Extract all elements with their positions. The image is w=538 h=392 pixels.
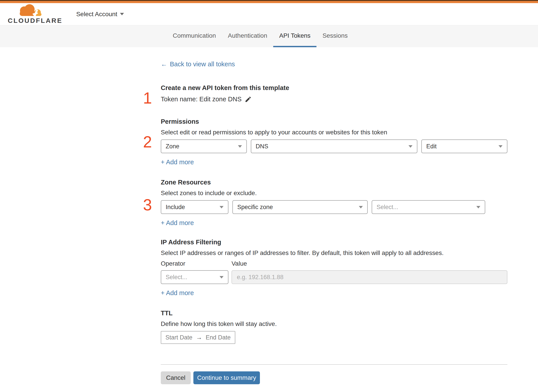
- back-link-label: Back to view all tokens: [170, 61, 235, 68]
- ip-operator-placeholder: Select...: [166, 274, 187, 281]
- ttl-description: Define how long this token will stay act…: [161, 320, 507, 327]
- chevron-down-icon: [476, 206, 480, 208]
- zone-resources-description: Select zones to include or exclude.: [161, 190, 507, 197]
- permissions-title: Permissions: [161, 118, 507, 125]
- ttl-date-range-picker[interactable]: Start Date → End Date: [161, 331, 235, 344]
- operator-label: Operator: [161, 260, 232, 267]
- account-selector-label: Select Account: [76, 11, 117, 18]
- cloudflare-logo: CLOUDFLARE: [8, 4, 63, 24]
- tab-api-tokens[interactable]: API Tokens: [273, 25, 316, 47]
- edit-pencil-icon[interactable]: [245, 96, 252, 103]
- permission-access-select[interactable]: Edit: [421, 140, 507, 153]
- permission-service-value: DNS: [256, 143, 268, 150]
- app-header: CLOUDFLARE Select Account: [0, 3, 538, 25]
- footer-divider: [161, 364, 507, 365]
- tab-sessions[interactable]: Sessions: [316, 25, 354, 47]
- chevron-down-icon: [120, 13, 124, 15]
- chevron-down-icon: [220, 206, 224, 208]
- permission-scope-value: Zone: [166, 143, 179, 150]
- chevron-down-icon: [408, 145, 412, 148]
- chevron-down-icon: [499, 145, 502, 148]
- logo-wordmark: CLOUDFLARE: [8, 17, 63, 24]
- token-name-text: Token name: Edit zone DNS: [161, 96, 242, 103]
- chevron-down-icon: [220, 276, 224, 279]
- token-name-section: 1 Create a new API token from this templ…: [161, 84, 507, 103]
- zone-resources-add-more-link[interactable]: + Add more: [161, 219, 194, 227]
- ip-filtering-description: Select IP addresses or ranges of IP addr…: [161, 249, 507, 257]
- main-content: ← Back to view all tokens 1 Create a new…: [161, 47, 507, 384]
- step-number-2: 2: [143, 134, 152, 150]
- zone-picker-select[interactable]: Select...: [372, 200, 485, 214]
- permission-access-value: Edit: [426, 143, 437, 150]
- ip-filtering-add-more-link[interactable]: + Add more: [161, 289, 194, 297]
- back-to-tokens-link[interactable]: ← Back to view all tokens: [161, 61, 235, 68]
- ttl-section: TTL Define how long this token will stay…: [161, 309, 507, 344]
- step-number-3: 3: [143, 197, 152, 213]
- zone-type-value: Specific zone: [237, 204, 273, 211]
- start-date-placeholder: Start Date: [165, 334, 192, 341]
- ip-filtering-title: IP Address Filtering: [161, 238, 507, 246]
- ip-operator-select[interactable]: Select...: [161, 270, 228, 284]
- zone-type-select[interactable]: Specific zone: [232, 200, 368, 214]
- zone-mode-value: Include: [166, 204, 185, 211]
- back-arrow-icon: ←: [161, 61, 167, 68]
- step-number-1: 1: [143, 90, 152, 106]
- zone-include-exclude-select[interactable]: Include: [161, 200, 228, 214]
- tab-communication[interactable]: Communication: [167, 25, 222, 47]
- zone-resources-section: 3 Zone Resources Select zones to include…: [161, 179, 507, 227]
- ip-filtering-section: IP Address Filtering Select IP addresses…: [161, 238, 507, 297]
- permission-service-select[interactable]: DNS: [251, 140, 418, 153]
- ttl-title: TTL: [161, 309, 507, 317]
- value-label: Value: [232, 260, 247, 267]
- continue-to-summary-button[interactable]: Continue to summary: [193, 371, 260, 384]
- chevron-down-icon: [238, 145, 242, 148]
- zone-resources-title: Zone Resources: [161, 179, 507, 186]
- footer-actions: Cancel Continue to summary: [161, 371, 507, 384]
- cancel-button[interactable]: Cancel: [161, 371, 191, 384]
- permission-scope-select[interactable]: Zone: [161, 140, 247, 153]
- account-selector[interactable]: Select Account: [76, 11, 124, 18]
- ip-value-input[interactable]: [232, 270, 507, 284]
- permissions-add-more-link[interactable]: + Add more: [161, 159, 194, 166]
- chevron-down-icon: [359, 206, 363, 208]
- tab-strip: Communication Authentication API Tokens …: [0, 25, 538, 47]
- permissions-description: Select edit or read permissions to apply…: [161, 129, 507, 136]
- right-arrow-icon: →: [196, 334, 202, 341]
- cloudflare-cloud-icon: [16, 4, 43, 18]
- tab-authentication[interactable]: Authentication: [222, 25, 273, 47]
- tabs: Communication Authentication API Tokens …: [167, 25, 538, 47]
- api-token-template-page: CLOUDFLARE Select Account Communication …: [0, 0, 538, 392]
- page-title: Create a new API token from this templat…: [161, 84, 507, 92]
- zone-picker-placeholder: Select...: [377, 204, 398, 211]
- end-date-placeholder: End Date: [206, 334, 231, 341]
- top-accent-bar: [0, 0, 538, 3]
- permissions-section: 2 Permissions Select edit or read permis…: [161, 118, 507, 166]
